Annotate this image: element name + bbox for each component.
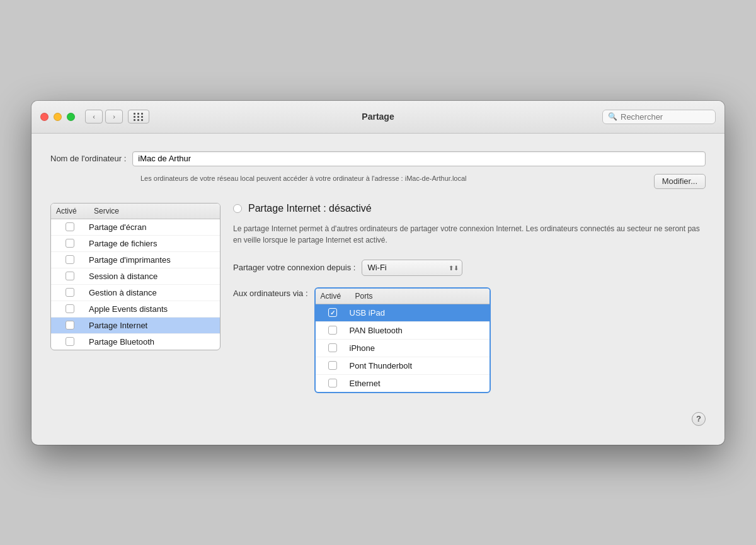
port-item-ethernet[interactable]: Ethernet — [316, 375, 490, 392]
modifier-button[interactable]: Modifier... — [654, 174, 706, 189]
apps-button[interactable] — [128, 110, 149, 123]
service-checkbox-internet[interactable] — [66, 321, 74, 330]
connection-from-dropdown-wrapper: Wi-Fi ⬆⬇ — [362, 260, 462, 276]
traffic-lights — [40, 113, 75, 121]
port-item-iphone[interactable]: iPhone — [316, 340, 490, 357]
computer-name-row: Nom de l'ordinateur : — [50, 151, 706, 166]
service-checkbox-apple-events[interactable] — [66, 304, 74, 313]
port-checkbox-pan-bluetooth[interactable] — [328, 326, 337, 335]
service-item-gestion[interactable]: Gestion à distance — [51, 285, 220, 301]
services-header-active: Activé — [56, 207, 94, 215]
service-item-internet[interactable]: Partage Internet — [51, 318, 220, 334]
connection-from-label: Partager votre connexion depuis : — [233, 263, 355, 272]
via-row: Aux ordinateurs via : Activé Ports USB i… — [233, 287, 706, 393]
content-area: Nom de l'ordinateur : Les ordinateurs de… — [32, 134, 724, 445]
port-name-thunderbolt: Pont Thunderbolt — [350, 361, 413, 370]
service-checkbox-col-apple-events — [56, 304, 84, 313]
title-bar: ‹ › Partage 🔍 — [32, 101, 724, 134]
close-button[interactable] — [40, 113, 49, 121]
service-checkbox-gestion[interactable] — [66, 288, 74, 297]
service-name-bluetooth: Partage Bluetooth — [89, 337, 154, 347]
nav-buttons: ‹ › — [85, 110, 123, 123]
address-text: Les ordinateurs de votre réseau local pe… — [140, 174, 648, 183]
service-checkbox-ecran[interactable] — [66, 222, 74, 231]
internet-sharing-header: Partage Internet : désactivé — [233, 203, 706, 214]
service-checkbox-fichiers[interactable] — [66, 239, 74, 248]
service-name-gestion: Gestion à distance — [89, 288, 157, 297]
port-checkbox-iphone[interactable] — [328, 343, 337, 352]
minimize-button[interactable] — [54, 113, 62, 121]
port-name-pan-bluetooth: PAN Bluetooth — [350, 326, 403, 335]
main-panel: Activé Service Partage d'écran Parta — [50, 203, 706, 426]
services-header: Activé Service — [51, 204, 220, 219]
service-checkbox-col-fichiers — [56, 239, 84, 248]
service-name-internet: Partage Internet — [89, 321, 147, 330]
service-item-ecran[interactable]: Partage d'écran — [51, 219, 220, 236]
service-item-bluetooth[interactable]: Partage Bluetooth — [51, 334, 220, 350]
ports-header-active: Activé — [321, 292, 355, 301]
connection-from-dropdown[interactable]: Wi-Fi — [362, 260, 462, 276]
right-panel: Partage Internet : désactivé Le partage … — [233, 203, 706, 426]
computer-name-label: Nom de l'ordinateur : — [50, 154, 126, 163]
computer-name-input[interactable] — [132, 151, 706, 166]
service-name-ecran: Partage d'écran — [89, 222, 146, 232]
maximize-button[interactable] — [67, 113, 75, 121]
connection-from-row: Partager votre connexion depuis : Wi-Fi … — [233, 260, 706, 276]
help-section: ? — [233, 412, 706, 426]
service-checkbox-imprimantes[interactable] — [66, 255, 74, 264]
services-list-container: Activé Service Partage d'écran Parta — [50, 203, 220, 426]
service-name-apple-events: Apple Events distants — [89, 304, 168, 314]
internet-sharing-title: Partage Internet : désactivé — [248, 203, 372, 214]
port-checkbox-col-thunderbolt — [321, 361, 345, 370]
service-checkbox-col-gestion — [56, 288, 84, 297]
address-row: Les ordinateurs de votre réseau local pe… — [50, 174, 706, 189]
port-item-usb-ipad[interactable]: USB iPad — [316, 304, 490, 322]
apps-grid-icon — [134, 113, 144, 121]
service-item-imprimantes[interactable]: Partage d'imprimantes — [51, 252, 220, 268]
ports-table: Activé Ports USB iPad — [314, 287, 491, 393]
help-button[interactable]: ? — [692, 412, 706, 426]
service-checkbox-col-session — [56, 272, 84, 280]
search-bar[interactable]: 🔍 — [602, 110, 716, 124]
internet-sharing-radio[interactable] — [233, 204, 242, 213]
service-checkbox-col — [56, 222, 84, 231]
service-name-session: Session à distance — [89, 272, 158, 281]
service-item-session[interactable]: Session à distance — [51, 268, 220, 285]
service-checkbox-session[interactable] — [66, 272, 74, 280]
search-icon: 🔍 — [608, 112, 617, 121]
port-name-ethernet: Ethernet — [350, 379, 381, 388]
back-button[interactable]: ‹ — [85, 110, 103, 123]
port-name-usb-ipad: USB iPad — [350, 308, 385, 318]
search-input[interactable] — [621, 112, 710, 122]
port-checkbox-usb-ipad[interactable] — [328, 308, 337, 317]
service-checkbox-bluetooth[interactable] — [66, 337, 74, 346]
port-checkbox-col-ethernet — [321, 379, 345, 387]
service-item-fichiers[interactable]: Partage de fichiers — [51, 236, 220, 252]
via-label: Aux ordinateurs via : — [233, 287, 308, 298]
port-item-thunderbolt[interactable]: Pont Thunderbolt — [316, 357, 490, 375]
port-name-iphone: iPhone — [350, 343, 375, 353]
forward-button[interactable]: › — [105, 110, 123, 123]
port-checkbox-col-iphone — [321, 343, 345, 352]
port-checkbox-col-pan — [321, 326, 345, 335]
services-header-service: Service — [94, 207, 119, 215]
service-checkbox-col-bluetooth — [56, 337, 84, 346]
port-checkbox-thunderbolt[interactable] — [328, 361, 337, 370]
service-item-apple-events[interactable]: Apple Events distants — [51, 301, 220, 318]
service-name-imprimantes: Partage d'imprimantes — [89, 255, 171, 265]
internet-sharing-description: Le partage Internet permet à d'autres or… — [233, 223, 706, 246]
service-checkbox-col-internet — [56, 321, 84, 330]
main-window: ‹ › Partage 🔍 Nom de l'ordinateur : Les … — [32, 101, 724, 445]
port-item-pan-bluetooth[interactable]: PAN Bluetooth — [316, 322, 490, 340]
ports-header: Activé Ports — [316, 289, 490, 304]
service-name-fichiers: Partage de fichiers — [89, 239, 157, 248]
ports-header-ports: Ports — [355, 292, 373, 301]
port-checkbox-ethernet[interactable] — [328, 379, 337, 387]
window-title: Partage — [362, 112, 394, 122]
services-table: Activé Service Partage d'écran Parta — [50, 203, 220, 350]
service-checkbox-col-imprimantes — [56, 255, 84, 264]
port-checkbox-col-usb — [321, 308, 345, 317]
